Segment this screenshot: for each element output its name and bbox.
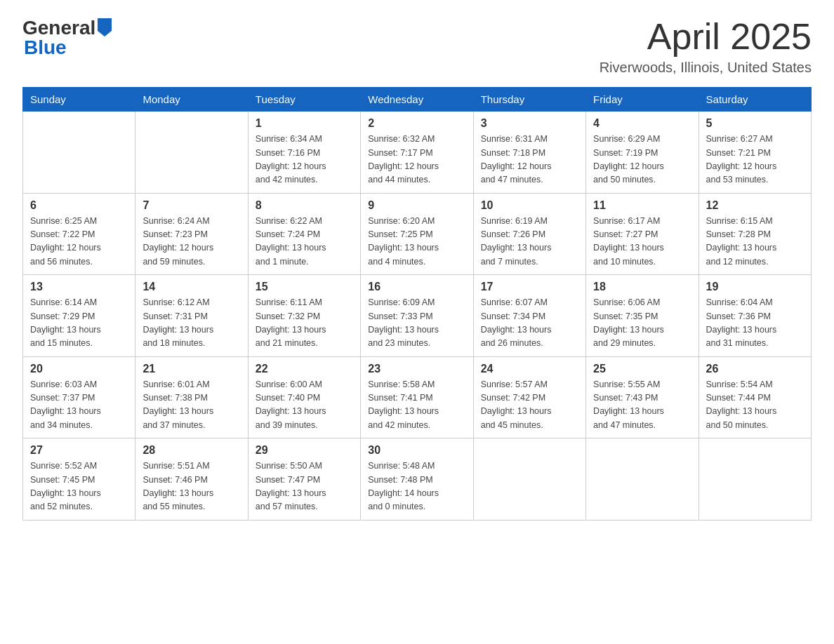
day-info: Sunrise: 6:27 AM Sunset: 7:21 PM Dayligh… [706, 133, 804, 187]
day-info: Sunrise: 6:19 AM Sunset: 7:26 PM Dayligh… [481, 215, 578, 269]
calendar-cell: 15Sunrise: 6:11 AM Sunset: 7:32 PM Dayli… [248, 275, 360, 357]
day-number: 7 [143, 199, 240, 212]
day-number: 16 [368, 281, 465, 293]
day-number: 5 [706, 117, 804, 130]
calendar-cell: 30Sunrise: 5:48 AM Sunset: 7:48 PM Dayli… [361, 438, 473, 521]
location-text: Riverwoods, Illinois, United States [600, 60, 812, 76]
day-info: Sunrise: 6:12 AM Sunset: 7:31 PM Dayligh… [143, 296, 240, 351]
day-number: 1 [256, 117, 353, 130]
calendar-cell: 26Sunrise: 5:54 AM Sunset: 7:44 PM Dayli… [699, 356, 811, 438]
day-info: Sunrise: 6:34 AM Sunset: 7:16 PM Dayligh… [256, 133, 353, 187]
calendar-cell: 27Sunrise: 5:52 AM Sunset: 7:45 PM Dayli… [23, 438, 135, 521]
day-info: Sunrise: 6:09 AM Sunset: 7:33 PM Dayligh… [368, 296, 465, 351]
day-info: Sunrise: 6:31 AM Sunset: 7:18 PM Dayligh… [481, 133, 578, 187]
day-number: 6 [30, 199, 128, 212]
calendar-cell: 25Sunrise: 5:55 AM Sunset: 7:43 PM Dayli… [586, 356, 699, 438]
day-number: 30 [368, 444, 465, 457]
day-number: 10 [481, 199, 578, 212]
day-number: 26 [706, 363, 804, 375]
day-info: Sunrise: 5:48 AM Sunset: 7:48 PM Dayligh… [368, 459, 465, 514]
calendar-cell: 8Sunrise: 6:22 AM Sunset: 7:24 PM Daylig… [248, 193, 360, 275]
calendar-cell [699, 438, 811, 521]
day-info: Sunrise: 6:22 AM Sunset: 7:24 PM Dayligh… [256, 215, 353, 269]
day-number: 20 [30, 363, 128, 375]
day-number: 22 [256, 363, 353, 375]
day-info: Sunrise: 6:01 AM Sunset: 7:38 PM Dayligh… [143, 378, 240, 433]
calendar-cell: 3Sunrise: 6:31 AM Sunset: 7:18 PM Daylig… [473, 112, 585, 194]
calendar-cell [586, 438, 699, 521]
day-info: Sunrise: 5:58 AM Sunset: 7:41 PM Dayligh… [368, 378, 465, 433]
day-info: Sunrise: 6:04 AM Sunset: 7:36 PM Dayligh… [706, 296, 804, 351]
title-block: April 2025 Riverwoods, Illinois, United … [600, 17, 812, 76]
day-info: Sunrise: 6:07 AM Sunset: 7:34 PM Dayligh… [481, 296, 578, 351]
day-info: Sunrise: 6:00 AM Sunset: 7:40 PM Dayligh… [256, 378, 353, 433]
day-number: 29 [256, 444, 353, 457]
day-info: Sunrise: 5:52 AM Sunset: 7:45 PM Dayligh… [30, 459, 128, 514]
calendar-cell: 14Sunrise: 6:12 AM Sunset: 7:31 PM Dayli… [135, 275, 248, 357]
calendar-cell [135, 112, 248, 194]
day-info: Sunrise: 6:17 AM Sunset: 7:27 PM Dayligh… [593, 215, 691, 269]
calendar-cell: 2Sunrise: 6:32 AM Sunset: 7:17 PM Daylig… [361, 112, 473, 194]
calendar-cell: 19Sunrise: 6:04 AM Sunset: 7:36 PM Dayli… [699, 275, 811, 357]
day-info: Sunrise: 6:29 AM Sunset: 7:19 PM Dayligh… [593, 133, 691, 187]
calendar-week-row: 27Sunrise: 5:52 AM Sunset: 7:45 PM Dayli… [23, 438, 812, 521]
day-info: Sunrise: 6:24 AM Sunset: 7:23 PM Dayligh… [143, 215, 240, 269]
calendar-cell: 6Sunrise: 6:25 AM Sunset: 7:22 PM Daylig… [23, 193, 135, 275]
day-number: 12 [706, 199, 804, 212]
calendar-table: SundayMondayTuesdayWednesdayThursdayFrid… [22, 87, 812, 521]
weekday-header-friday: Friday [586, 88, 699, 112]
weekday-header-thursday: Thursday [473, 88, 585, 112]
calendar-cell [23, 112, 135, 194]
day-number: 13 [30, 281, 128, 293]
day-info: Sunrise: 6:03 AM Sunset: 7:37 PM Dayligh… [30, 378, 128, 433]
day-number: 4 [593, 117, 691, 130]
page-header: General Blue April 2025 Riverwoods, Illi… [22, 17, 812, 76]
calendar-cell: 12Sunrise: 6:15 AM Sunset: 7:28 PM Dayli… [699, 193, 811, 275]
day-number: 11 [593, 199, 691, 212]
calendar-cell: 5Sunrise: 6:27 AM Sunset: 7:21 PM Daylig… [699, 112, 811, 194]
svg-marker-0 [98, 18, 112, 36]
logo-flag-icon [98, 18, 112, 36]
day-number: 27 [30, 444, 128, 457]
day-number: 24 [481, 363, 578, 375]
day-number: 23 [368, 363, 465, 375]
month-title: April 2025 [600, 17, 812, 57]
weekday-header-tuesday: Tuesday [248, 88, 360, 112]
calendar-cell: 20Sunrise: 6:03 AM Sunset: 7:37 PM Dayli… [23, 356, 135, 438]
calendar-cell: 23Sunrise: 5:58 AM Sunset: 7:41 PM Dayli… [361, 356, 473, 438]
day-number: 3 [481, 117, 578, 130]
weekday-header-saturday: Saturday [699, 88, 811, 112]
calendar-cell: 17Sunrise: 6:07 AM Sunset: 7:34 PM Dayli… [473, 275, 585, 357]
calendar-cell: 18Sunrise: 6:06 AM Sunset: 7:35 PM Dayli… [586, 275, 699, 357]
day-info: Sunrise: 5:51 AM Sunset: 7:46 PM Dayligh… [143, 459, 240, 514]
calendar-week-row: 20Sunrise: 6:03 AM Sunset: 7:37 PM Dayli… [23, 356, 812, 438]
day-number: 2 [368, 117, 465, 130]
weekday-header-monday: Monday [135, 88, 248, 112]
day-number: 18 [593, 281, 691, 293]
calendar-cell: 16Sunrise: 6:09 AM Sunset: 7:33 PM Dayli… [361, 275, 473, 357]
calendar-cell [473, 438, 585, 521]
calendar-cell: 11Sunrise: 6:17 AM Sunset: 7:27 PM Dayli… [586, 193, 699, 275]
day-info: Sunrise: 6:11 AM Sunset: 7:32 PM Dayligh… [256, 296, 353, 351]
calendar-cell: 24Sunrise: 5:57 AM Sunset: 7:42 PM Dayli… [473, 356, 585, 438]
day-info: Sunrise: 6:06 AM Sunset: 7:35 PM Dayligh… [593, 296, 691, 351]
day-info: Sunrise: 5:55 AM Sunset: 7:43 PM Dayligh… [593, 378, 691, 433]
day-number: 9 [368, 199, 465, 212]
day-number: 28 [143, 444, 240, 457]
calendar-cell: 10Sunrise: 6:19 AM Sunset: 7:26 PM Dayli… [473, 193, 585, 275]
day-info: Sunrise: 5:57 AM Sunset: 7:42 PM Dayligh… [481, 378, 578, 433]
calendar-cell: 7Sunrise: 6:24 AM Sunset: 7:23 PM Daylig… [135, 193, 248, 275]
calendar-cell: 13Sunrise: 6:14 AM Sunset: 7:29 PM Dayli… [23, 275, 135, 357]
calendar-cell: 9Sunrise: 6:20 AM Sunset: 7:25 PM Daylig… [361, 193, 473, 275]
day-info: Sunrise: 6:14 AM Sunset: 7:29 PM Dayligh… [30, 296, 128, 351]
day-info: Sunrise: 6:25 AM Sunset: 7:22 PM Dayligh… [30, 215, 128, 269]
day-info: Sunrise: 6:20 AM Sunset: 7:25 PM Dayligh… [368, 215, 465, 269]
day-number: 21 [143, 363, 240, 375]
calendar-header-row: SundayMondayTuesdayWednesdayThursdayFrid… [23, 88, 812, 112]
day-info: Sunrise: 6:15 AM Sunset: 7:28 PM Dayligh… [706, 215, 804, 269]
day-number: 25 [593, 363, 691, 375]
calendar-cell: 4Sunrise: 6:29 AM Sunset: 7:19 PM Daylig… [586, 112, 699, 194]
day-number: 19 [706, 281, 804, 293]
calendar-cell: 1Sunrise: 6:34 AM Sunset: 7:16 PM Daylig… [248, 112, 360, 194]
day-info: Sunrise: 5:54 AM Sunset: 7:44 PM Dayligh… [706, 378, 804, 433]
